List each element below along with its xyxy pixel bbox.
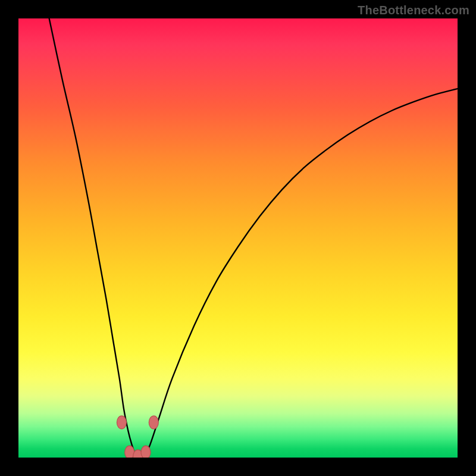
curve-layer — [18, 18, 458, 458]
curve-marker — [117, 416, 126, 429]
chart-frame: TheBottleneck.com — [0, 0, 476, 476]
curve-marker — [141, 446, 151, 458]
curve-marker — [149, 416, 158, 429]
watermark-text: TheBottleneck.com — [358, 4, 469, 17]
plot-area — [18, 18, 458, 458]
bottleneck-curve — [49, 18, 458, 458]
